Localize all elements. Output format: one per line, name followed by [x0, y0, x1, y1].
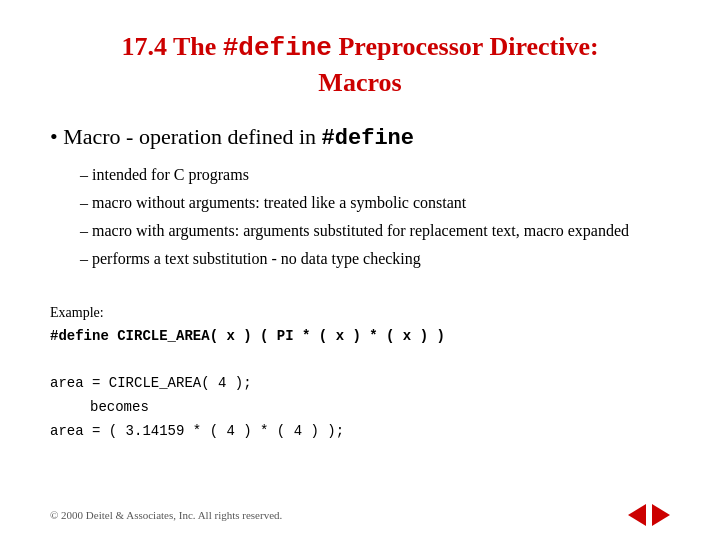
sub-bullet-2: macro without arguments: treated like a …	[80, 191, 670, 215]
next-button[interactable]	[652, 504, 670, 526]
title-line2: Macros	[318, 68, 401, 97]
code-block: #define CIRCLE_AREA( x ) ( PI * ( x ) * …	[50, 325, 670, 444]
copyright-text: © 2000 Deitel & Associates, Inc. All rig…	[50, 509, 282, 521]
area-assign-line: area = CIRCLE_AREA( 4 );	[50, 372, 670, 396]
example-label: Example:	[50, 305, 670, 321]
slide-title: 17.4 The #define Preprocessor Directive:…	[50, 30, 670, 100]
sub-bullets-list: intended for C programs macro without ar…	[50, 163, 670, 271]
title-suffix: Preprocessor Directive:	[332, 32, 599, 61]
slide-container: 17.4 The #define Preprocessor Directive:…	[0, 0, 720, 540]
title-prefix: 17.4 The	[121, 32, 222, 61]
sub-bullet-1: intended for C programs	[80, 163, 670, 187]
bullet-code: #define	[322, 126, 414, 151]
title-code: #define	[223, 33, 332, 63]
bullet-prefix: Macro - operation defined in	[63, 124, 321, 149]
area-expanded-line: area = ( 3.14159 * ( 4 ) * ( 4 ) );	[50, 420, 670, 444]
footer: © 2000 Deitel & Associates, Inc. All rig…	[0, 504, 720, 526]
prev-button[interactable]	[628, 504, 646, 526]
define-line: #define CIRCLE_AREA( x ) ( PI * ( x ) * …	[50, 325, 670, 349]
sub-bullet-3: macro with arguments: arguments substitu…	[80, 219, 670, 243]
bullet-main: • Macro - operation defined in #define	[50, 124, 670, 151]
bullet-section: • Macro - operation defined in #define i…	[50, 124, 670, 275]
becomes-label: becomes	[90, 396, 670, 420]
example-section: Example: #define CIRCLE_AREA( x ) ( PI *…	[50, 305, 670, 444]
sub-bullet-4: performs a text substitution - no data t…	[80, 247, 670, 271]
nav-buttons	[628, 504, 670, 526]
